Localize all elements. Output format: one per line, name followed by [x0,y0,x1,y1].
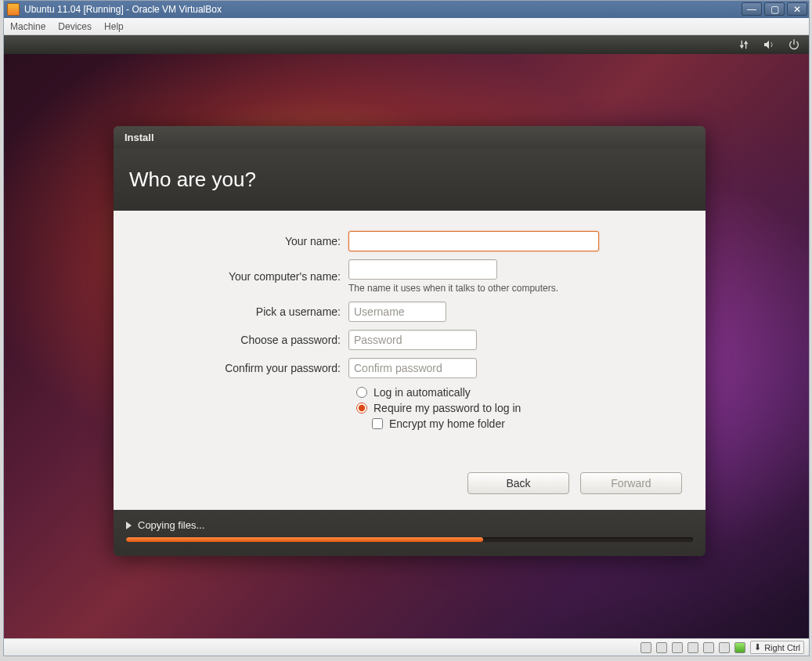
status-usb-icon[interactable] [687,642,698,653]
radio-auto-login[interactable] [356,387,367,398]
installer-title[interactable]: Install [114,126,706,149]
minimize-button[interactable]: — [742,2,762,16]
network-icon[interactable] [737,38,751,51]
ubuntu-desktop: Install Who are you? Your name: Your com… [4,35,809,638]
hint-computer-name: The name it uses when it talks to other … [348,283,558,294]
label-require-password: Require my password to log in [374,402,521,414]
radio-require-password[interactable] [356,403,367,414]
host-key-indicator[interactable]: ⬇ Right Ctrl [750,641,804,654]
installer-footer: Copying files... [114,510,706,556]
status-cd-icon[interactable] [656,642,667,653]
footer-status-row[interactable]: Copying files... [126,519,693,531]
vbox-statusbar: ⬇ Right Ctrl [4,638,809,656]
input-confirm-password[interactable] [348,358,477,378]
status-hdd-icon[interactable] [641,642,651,653]
vbox-title-text: Ubuntu 11.04 [Running] - Oracle VM Virtu… [24,4,222,15]
close-button[interactable]: ✕ [787,2,807,16]
installer-heading-text: Who are you? [129,168,690,192]
status-network-icon[interactable] [672,642,683,653]
host-key-arrow-icon: ⬇ [754,642,761,652]
label-encrypt-home: Encrypt my home folder [389,417,505,430]
status-display-icon[interactable] [719,642,730,653]
ubuntu-top-panel [4,35,809,54]
label-auto-login: Log in automatically [374,386,471,399]
input-your-name[interactable] [348,231,599,251]
guest-display: Install Who are you? Your name: Your com… [4,35,809,638]
label-your-name: Your name: [137,235,348,247]
installer-dialog: Install Who are you? Your name: Your com… [114,126,706,556]
back-button[interactable]: Back [467,472,569,494]
vbox-titlebar[interactable]: Ubuntu 11.04 [Running] - Oracle VM Virtu… [4,1,809,18]
status-shared-folder-icon[interactable] [703,642,714,653]
virtualbox-window: Ubuntu 11.04 [Running] - Oracle VM Virtu… [3,0,810,656]
input-username[interactable] [348,302,446,322]
footer-status-text: Copying files... [138,519,204,531]
status-guest-additions-icon[interactable] [734,642,745,653]
installer-body: Your name: Your computer's name: The nam… [114,211,706,510]
progress-fill [126,537,483,542]
progress-bar [126,537,693,542]
forward-button[interactable]: Forward [580,472,682,494]
menu-devices[interactable]: Devices [58,21,92,32]
checkbox-encrypt-home[interactable] [372,418,383,429]
vbox-menubar: Machine Devices Help [4,18,809,35]
maximize-button[interactable]: ▢ [764,2,785,16]
input-password[interactable] [348,330,477,350]
label-computer-name: Your computer's name: [137,270,348,283]
power-icon[interactable] [787,38,801,51]
label-confirm-password: Confirm your password: [137,362,348,374]
sound-icon[interactable] [762,38,776,51]
installer-heading: Who are you? [114,149,706,211]
menu-help[interactable]: Help [104,21,124,32]
label-username: Pick a username: [137,305,348,318]
disclosure-triangle-icon [126,522,132,529]
vbox-app-icon [7,3,20,16]
host-key-label: Right Ctrl [764,643,800,652]
label-password: Choose a password: [137,334,348,346]
input-computer-name[interactable] [348,259,497,280]
menu-machine[interactable]: Machine [10,21,45,32]
